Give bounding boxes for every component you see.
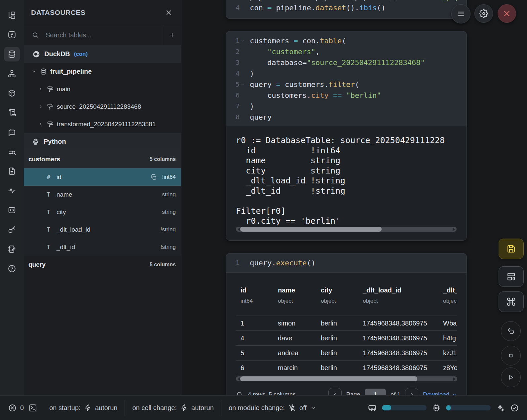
on-module-change-setting[interactable]: on module change: off bbox=[221, 400, 324, 415]
rail-help-button[interactable] bbox=[4, 261, 20, 276]
line-number: 3 bbox=[226, 57, 250, 68]
cell-connection[interactable]: 3pipeline = dlt.pipeline(pipeline_name="… bbox=[226, 0, 467, 19]
table-row[interactable]: 1simonberlin1745968348.3806975Wba bbox=[236, 316, 457, 330]
column-header-city[interactable]: cityobject bbox=[316, 286, 358, 316]
table-row[interactable]: 6marcinberlin1745968348.3806975z8Yo bbox=[236, 360, 457, 375]
schema-label: main bbox=[57, 86, 70, 93]
rail-function-button[interactable] bbox=[4, 27, 20, 42]
scroll-right-arrow[interactable] bbox=[453, 228, 455, 231]
column-header-name[interactable]: nameobject bbox=[273, 286, 316, 316]
command-palette-button[interactable] bbox=[499, 291, 524, 312]
table-section-customers[interactable]: customers 5 columns bbox=[24, 150, 181, 168]
rail-document-button[interactable] bbox=[4, 164, 20, 178]
connection-row-duckdb[interactable]: DuckDB (con) bbox=[24, 45, 181, 63]
chevron-right-icon bbox=[38, 86, 43, 92]
schema-icon bbox=[47, 121, 54, 128]
stop-button[interactable] bbox=[501, 346, 521, 365]
column-name: city bbox=[56, 209, 157, 216]
layout-button[interactable] bbox=[499, 266, 524, 287]
command-icon bbox=[506, 297, 516, 307]
on-cell-change-setting[interactable]: on cell change: autorun bbox=[125, 400, 221, 415]
tree-item-schema[interactable]: main bbox=[24, 80, 181, 98]
cell-execute[interactable]: 1query.execute() idint64nameobjectcityob… bbox=[226, 253, 467, 409]
on-startup-setting[interactable]: on startup: autorun bbox=[42, 400, 125, 415]
table-column-count: 5 columns bbox=[150, 156, 176, 162]
column-row-_dlt_id[interactable]: T_dlt_id!string bbox=[24, 238, 181, 256]
rail-file-tree-button[interactable] bbox=[4, 8, 20, 22]
save-button[interactable] bbox=[499, 239, 524, 259]
undo-button[interactable] bbox=[501, 321, 521, 341]
connection-engine: DuckDB bbox=[44, 50, 70, 58]
circle-x-icon bbox=[8, 403, 17, 412]
icon-rail bbox=[0, 0, 24, 395]
cell-query[interactable]: 1customers = con.table(2 "customers",3 d… bbox=[226, 31, 467, 241]
horizontal-scrollbar[interactable] bbox=[236, 376, 457, 381]
notebook-menu-button[interactable] bbox=[451, 4, 471, 23]
errors-count: 0 bbox=[20, 404, 24, 412]
tree-item-schema[interactable]: source_202504291112283468 bbox=[24, 98, 181, 115]
add-datasource-button[interactable] bbox=[163, 25, 181, 45]
column-row-name[interactable]: Tnamestring bbox=[24, 186, 181, 203]
table-row[interactable]: 5andreaberlin1745968348.3806975kzJ1 bbox=[236, 345, 457, 360]
run-button[interactable] bbox=[501, 367, 521, 387]
table-cell: berlin bbox=[316, 320, 358, 327]
column-header-type: int64 bbox=[241, 298, 273, 304]
scroll-left-arrow[interactable] bbox=[238, 228, 240, 231]
customers-columns: #id!int64TnamestringTcitystringT_dlt_loa… bbox=[24, 168, 181, 256]
scroll-left-arrow[interactable] bbox=[238, 377, 240, 381]
check-circle-icon[interactable] bbox=[510, 403, 519, 412]
connection-row-python[interactable]: Python bbox=[24, 133, 181, 150]
column-row-id[interactable]: #id!int64 bbox=[24, 168, 181, 186]
terminal-toggle[interactable] bbox=[28, 403, 37, 412]
scrollbar-thumb[interactable] bbox=[240, 376, 417, 381]
cpu-usage-bar bbox=[446, 405, 491, 410]
rail-script-button[interactable] bbox=[4, 105, 20, 120]
column-header-type: object bbox=[321, 298, 358, 304]
scrollbar-thumb[interactable] bbox=[240, 227, 382, 232]
rail-snippets-button[interactable] bbox=[4, 203, 20, 217]
tree-item-database-root[interactable]: fruit_pipeline bbox=[24, 63, 181, 80]
shutdown-button[interactable] bbox=[498, 4, 516, 23]
line-number-text: 1 bbox=[236, 35, 240, 46]
tree-item-schema[interactable]: transformed_202504291112283581 bbox=[24, 115, 181, 133]
table-section-query[interactable]: query 5 columns bbox=[24, 256, 181, 274]
code-editor[interactable]: 3pipeline = dlt.pipeline(pipeline_name="… bbox=[226, 0, 467, 13]
rail-key-button[interactable] bbox=[4, 222, 20, 237]
datatype-text-icon: T bbox=[46, 244, 52, 250]
column-name: _dlt_id bbox=[56, 244, 156, 251]
on-cell-change-label: on cell change: bbox=[132, 404, 177, 412]
settings-button[interactable] bbox=[474, 4, 493, 23]
code-line: 4con = pipeline.dataset().ibis() bbox=[226, 2, 467, 13]
datasources-panel: DATASOURCES DuckDB (con) fruit_pipeline … bbox=[24, 0, 181, 395]
sparkles-icon[interactable] bbox=[496, 403, 505, 412]
rail-chat-bot-button[interactable] bbox=[4, 125, 20, 139]
search-tables-input[interactable] bbox=[45, 31, 163, 39]
rail-hierarchy-button[interactable] bbox=[4, 66, 20, 81]
schema-icon bbox=[47, 86, 54, 93]
column-header-_dlt_id[interactable]: _dlt_idobject bbox=[438, 286, 457, 316]
code-editor[interactable]: 1query.execute() bbox=[226, 253, 467, 272]
table-row[interactable]: 4daveberlin1745968348.3806975h4tg bbox=[236, 330, 457, 345]
table-cell: berlin bbox=[316, 349, 358, 357]
scroll-right-arrow[interactable] bbox=[453, 377, 456, 381]
document-icon bbox=[8, 167, 16, 175]
rail-package-button[interactable] bbox=[4, 86, 20, 100]
rail-log-search-button[interactable] bbox=[4, 144, 20, 159]
close-panel-icon[interactable] bbox=[165, 9, 172, 16]
hierarchy-icon bbox=[8, 69, 16, 78]
column-row-city[interactable]: Tcitystring bbox=[24, 203, 181, 221]
column-header-_dlt_load_id[interactable]: _dlt_load_idobject bbox=[358, 286, 438, 316]
code-editor[interactable]: 1customers = con.table(2 "customers",3 d… bbox=[226, 31, 467, 126]
column-row-_dlt_load_id[interactable]: T_dlt_load_id!string bbox=[24, 221, 181, 238]
rail-scratchpad-button[interactable] bbox=[4, 242, 20, 256]
table-cell: Wba bbox=[438, 320, 457, 327]
rail-database-button[interactable] bbox=[4, 47, 20, 61]
code-text: ) bbox=[250, 68, 254, 79]
code-line: 1customers = con.table( bbox=[226, 35, 467, 46]
python-logo-icon bbox=[32, 138, 40, 146]
rail-activity-button[interactable] bbox=[4, 183, 20, 198]
horizontal-scrollbar[interactable] bbox=[236, 227, 457, 232]
cpu-usage-fill bbox=[446, 405, 451, 410]
errors-indicator[interactable]: 0 bbox=[8, 403, 24, 412]
column-header-id[interactable]: idint64 bbox=[236, 286, 273, 316]
